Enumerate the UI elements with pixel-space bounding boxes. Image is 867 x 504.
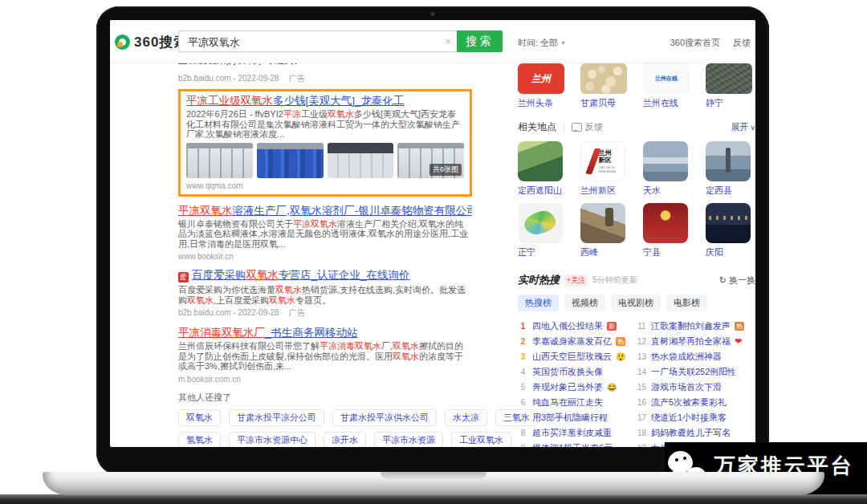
feedback-link[interactable]: 反馈 [733,37,751,49]
result-thumbnails: 共6张图 [186,143,464,178]
thumbnail-image[interactable]: 共6张图 [397,143,464,178]
place-image-lanzhou-xinqu[interactable]: 兰州新区LAN ZHOU NEW AREA [580,141,625,181]
logo-ring-icon [115,35,130,50]
clear-icon[interactable]: × [445,35,451,47]
rank: 14 [637,368,647,376]
tab-movie-list[interactable]: 电影榜 [666,295,707,311]
related-tag[interactable]: 凉开水 [324,432,366,448]
place-label[interactable]: 兰州新区 [580,185,630,197]
hot-item-text: 热水袋成欧洲神器 [651,351,722,363]
tab-hot-list[interactable]: 热搜榜 [518,295,559,311]
hot-search-item[interactable]: 14一广场关联252例阳性 [637,364,755,380]
hot-search-item[interactable]: 3山西天空巨型玫瑰云😲 [518,349,637,364]
hot-search-item[interactable]: 15游戏市场首次下滑 [637,380,755,395]
hot-search-title: 实时热搜 [518,273,560,287]
place-label[interactable]: 宁县 [643,246,693,258]
hot-search-item[interactable]: 5奔现对象已当外婆😂 [518,380,637,395]
hot-search-item[interactable]: 2李嘉诚身家蒸发百亿热 [518,334,637,349]
hot-search-item[interactable]: 7用3部手机隐瞒行程 [518,410,637,425]
place-label[interactable]: 西峰 [580,246,630,258]
baidu-aicaigou-icon: 爱 [178,272,189,282]
result-title-link[interactable]: 平凉工业级双氧水多少钱[美观大气]_龙泰化工 [186,95,464,107]
hot-badge: 热 [735,322,744,331]
thumbnail-image[interactable] [328,143,394,178]
related-image-label[interactable]: 静宁 [706,97,755,109]
related-tag[interactable]: 甘肃水投平凉供水公司 [332,409,437,426]
place-label[interactable]: 天水 [643,185,693,197]
related-image-label[interactable]: 兰州头条 [518,97,568,109]
place-image-dingxi-county[interactable] [706,141,751,181]
place-image-xifeng[interactable] [580,203,625,243]
result-title-link[interactable]: 平凉消毒双氧水厂_书生商务网移动站 [178,327,472,339]
tab-video-list[interactable]: 视频榜 [564,295,605,311]
ad-meta: b2b.baidu.com - 2022-09-28广告 [178,307,472,319]
hot-search-list: 1四地入俄公投结果新 2李嘉诚身家蒸发百亿热 3山西天空巨型玫瑰云😲 4英国货币… [518,319,755,447]
related-tag[interactable]: 甘肃水投平凉分公司 [229,409,324,426]
place-cell: 正宁 [518,203,568,258]
heart-icon: ❤ [735,336,742,347]
place-label[interactable]: 庆阳 [706,246,755,258]
related-tag[interactable]: 水太凉 [445,409,487,426]
related-tag[interactable]: 双氧水 [178,409,221,426]
place-label[interactable]: 正宁 [518,246,568,258]
hot-search-item[interactable]: 12直树湘琴再拍全家福❤ [637,334,755,349]
hot-search-item[interactable]: 16流产5次被索要彩礼 [637,395,755,410]
related-tag[interactable]: 平凉市水资源 [374,432,443,448]
search-input[interactable]: × [178,30,457,52]
place-image-dingxi-zheyangshan[interactable] [518,141,563,181]
place-image-ningxian[interactable] [643,203,688,243]
expand-button[interactable]: 展开∨ [731,121,755,133]
scene: 360搜索 × 搜索 时间: 全部▼ 360搜索首页 反馈 上百度爱采购双氧水专… [0,0,867,504]
related-tag[interactable]: 氢氧水 [178,432,221,448]
new-badge: 新 [607,322,617,331]
thumbnail-image[interactable] [186,143,253,178]
related-image-label[interactable]: 兰州在线 [643,97,693,109]
related-image-jingning[interactable] [706,63,752,94]
search-input-field[interactable] [186,34,430,51]
laptop-bezel: 360搜索 × 搜索 时间: 全部▼ 360搜索首页 反馈 上百度爱采购双氧水专… [96,6,769,475]
hot-item-text: 奔现对象已当外婆 [532,381,603,393]
hot-search-item[interactable]: 9媒体评1根玉米卖6元 [518,441,637,447]
time-filter-dropdown[interactable]: 时间: 全部▼ [518,37,566,49]
tile-text: 兰州新区 [599,149,613,164]
related-image-label[interactable]: 甘肃贝母 [580,97,630,109]
hot-search-header: 实时热搜 +关注 5分钟前更新 ↻ 换一换 [518,273,755,287]
place-image-qingyang[interactable] [706,203,751,243]
related-image-gansu-beimu[interactable] [580,63,627,94]
place-image-zhengning[interactable] [518,203,563,243]
hot-search-item[interactable]: 8超市买洋葱剥皮减重 [518,425,637,441]
result-title-link[interactable]: 平凉双氧水溶液生产厂,双氧水溶剂厂-银川卓泰铭物资有限公司-书... [178,205,472,217]
thumbnail-image[interactable] [257,143,324,178]
related-image-lanzhou-online[interactable]: 兰州在线 [643,63,690,94]
hot-search-item[interactable]: 6纯血马在丽江走失 [518,395,637,410]
hot-search-item[interactable]: 18妈妈教爨姓儿子写名 [637,425,755,441]
result-title-link[interactable]: 爱百度爱采购双氧水专营店_认证企业_在线询价 [178,269,472,282]
tab-tv-list[interactable]: 电视剧榜 [611,295,661,311]
follow-badge[interactable]: +关注 [564,274,588,287]
place-image-tianshui[interactable] [643,141,688,181]
search-button[interactable]: 搜索 [457,30,503,52]
360-logo-icon[interactable]: 360搜索 [115,33,188,51]
related-tags-row: 双氧水 甘肃水投平凉分公司 甘肃水投平凉供水公司 水太凉 三氧水 [178,409,472,426]
hot-search-tabs: 热搜榜 视频榜 电视剧榜 电影榜 [518,295,755,311]
related-image-cell: 静宁 [706,63,755,109]
place-cell: 定西遮阳山 [518,141,568,197]
hot-search-item[interactable]: 13热水袋成欧洲神器 [637,349,755,364]
hot-search-item[interactable]: 4英国货币改换头像 [518,364,637,380]
related-images-row: 兰州 兰州头条 甘肃贝母 兰州在线 兰州在线 静宁 [518,63,755,109]
webcam-icon [431,12,435,16]
time-filter-label: 时间: 全部 [518,38,558,47]
home-link[interactable]: 360搜索首页 [670,37,720,49]
places-feedback-button[interactable]: 反馈 [572,121,603,133]
place-label[interactable]: 定西县 [706,185,755,197]
related-image-cell: 兰州 兰州头条 [518,63,568,109]
hot-search-item[interactable]: 1四地入俄公投结果新 [518,319,637,334]
related-tag[interactable]: 工业双氧水 [451,432,511,448]
place-cell: 宁县 [643,203,693,258]
place-label[interactable]: 定西遮阳山 [518,185,568,197]
hot-search-item[interactable]: 11江歌案翻拍刘鑫发声热 [637,319,755,334]
refresh-button[interactable]: ↻ 换一换 [719,274,755,287]
hot-search-item[interactable]: 17绕道近1小时接乘客 [637,410,755,425]
related-image-lanzhou-toutiao[interactable]: 兰州 [518,63,564,94]
related-tag[interactable]: 平凉市水资源中心 [229,432,315,448]
